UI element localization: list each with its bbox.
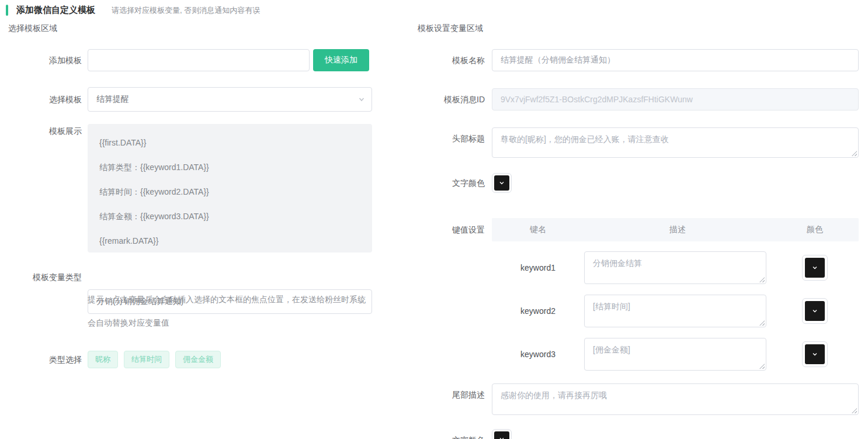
chevron-down-icon [811,351,818,358]
kv-color-picker[interactable] [802,341,828,367]
select-template-value: 结算提醒 [96,94,129,105]
preview-line: {{remark.DATA}} [99,235,360,247]
footer-desc-textarea[interactable]: 感谢你的使用，请再接再厉哦 [492,383,859,415]
preview-line: 结算金额：{{keyword3.DATA}} [99,210,360,222]
text-color-label-bottom: 文字颜色 [339,430,485,439]
variable-type-label: 模板变量类型 [0,265,82,289]
type-tags: 昵称 结算时间 佣金金额 [88,351,221,368]
template-preview-box: {{first.DATA}} 结算类型：{{keyword1.DATA}} 结算… [88,124,372,253]
kv-desc-textarea[interactable]: [佣金金额] [584,338,766,371]
preview-line: {{first.DATA}} [99,137,360,148]
page-subtitle: 请选择对应模板变量, 否则消息通知内容有误 [112,5,260,16]
color-swatch [805,344,825,364]
template-name-label: 模板名称 [339,49,485,71]
kv-settings-label: 键值设置 [339,218,485,241]
kv-color-picker[interactable] [802,255,828,281]
template-preview-label: 模板展示 [0,126,82,137]
select-template-dropdown[interactable]: 结算提醒 [88,87,372,112]
color-swatch [494,431,509,439]
page-header: 添加微信自定义模板 请选择对应模板变量, 否则消息通知内容有误 [6,5,260,16]
kv-col-color-header: 颜色 [771,224,859,235]
header-title-label: 头部标题 [339,127,485,150]
chevron-down-icon [498,179,505,186]
kv-key-name: keyword2 [492,295,584,327]
page: 添加微信自定义模板 请选择对应模板变量, 否则消息通知内容有误 选择模板区域 模… [0,0,868,439]
kv-col-key-header: 键名 [492,224,584,235]
accent-bar [6,5,8,16]
kv-color-picker[interactable] [802,298,828,324]
preview-line: 结算时间：{{keyword2.DATA}} [99,186,360,198]
chevron-down-icon [498,435,505,439]
tag-nickname[interactable]: 昵称 [88,351,118,368]
header-title-textarea[interactable]: 尊敬的[昵称]，您的佣金已经入账，请注意查收 [492,127,859,158]
kv-col-desc-header: 描述 [584,224,771,235]
kv-desc-textarea[interactable]: [结算时间] [584,295,766,327]
template-id-input [492,88,859,110]
right-section-title: 模板设置变量区域 [418,23,483,34]
chevron-down-icon [811,307,818,314]
tag-commission-amount[interactable]: 佣金金额 [175,351,221,368]
select-template-label: 选择模板 [0,87,82,112]
text-color-picker[interactable] [492,173,512,193]
left-section-title: 选择模板区域 [8,23,57,34]
color-swatch [805,258,825,278]
kv-key-name: keyword1 [492,251,584,284]
page-title: 添加微信自定义模板 [16,5,95,16]
kv-key-name: keyword3 [492,338,584,371]
text-color-picker-bottom[interactable] [492,429,512,439]
preview-line: 结算类型：{{keyword1.DATA}} [99,161,360,173]
add-template-input[interactable] [88,49,310,71]
footer-desc-label: 尾部描述 [339,383,485,406]
color-swatch [494,175,509,191]
color-swatch [805,301,825,321]
add-template-label: 添加模板 [0,49,82,71]
variable-hint-text: 提示：点击变量后会自动插入选择的文本框的焦点位置，在发送给粉丝时系统会自动替换对… [88,288,369,334]
text-color-label: 文字颜色 [339,173,485,193]
tag-settle-time[interactable]: 结算时间 [124,351,169,368]
kv-table-header: 键名 描述 颜色 [492,218,859,241]
type-select-label: 类型选择 [0,351,82,368]
chevron-down-icon [811,264,818,271]
template-id-label: 模板消息ID [339,88,485,110]
template-name-input[interactable] [492,49,859,71]
kv-desc-textarea[interactable]: 分销佣金结算 [584,251,766,284]
